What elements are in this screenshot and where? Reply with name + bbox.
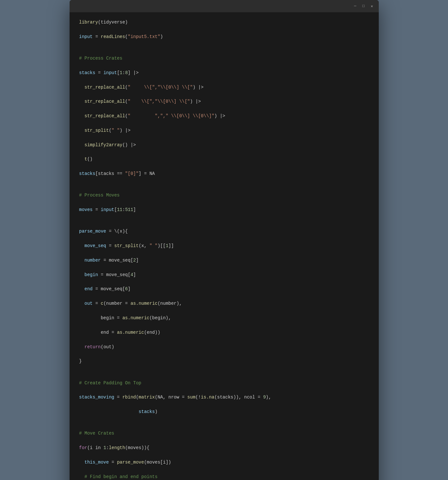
title-bar: ─ □ ✕	[70, 0, 379, 12]
minimize-button[interactable]: ─	[352, 3, 358, 9]
code-editor-window: ─ □ ✕ library(tidyverse) input = readLin…	[70, 0, 379, 480]
close-button[interactable]: ✕	[369, 3, 375, 9]
maximize-button[interactable]: □	[361, 3, 367, 9]
code-content: library(tidyverse) input = readLines("in…	[70, 12, 379, 480]
